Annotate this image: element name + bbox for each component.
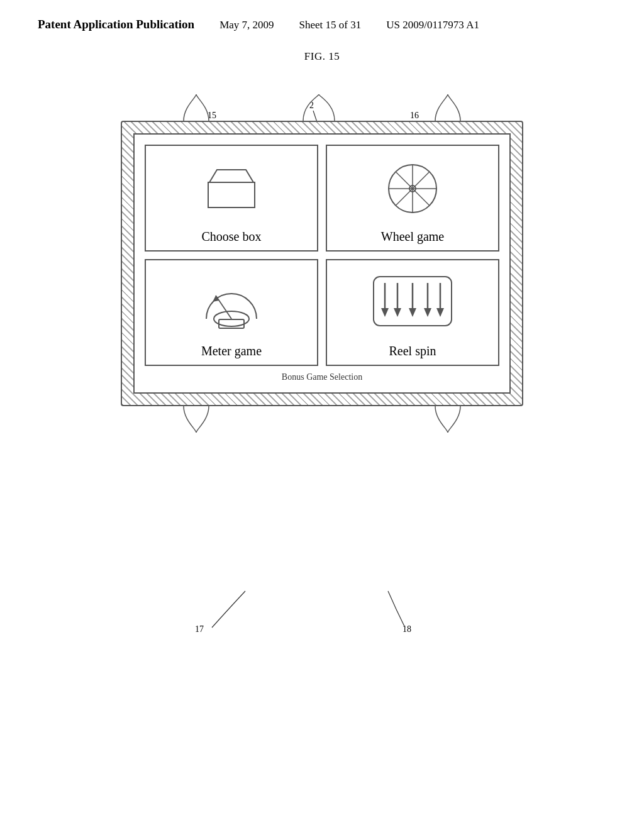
svg-marker-0 [209,170,253,182]
svg-marker-23 [436,308,444,317]
svg-marker-15 [381,308,389,317]
top-connectors-icon [158,94,486,121]
svg-marker-21 [424,308,431,317]
figure-area: FIG. 15 15 2 16 17 18 [102,50,542,433]
figure-label: FIG. 15 [102,50,542,63]
choose-box-label: Choose box [202,230,262,244]
reel-spin-cell: Reel spin [326,259,499,366]
wheel-game-label: Wheel game [381,230,445,244]
reel-spin-label: Reel spin [389,344,436,358]
meter-game-cell: Meter game [145,259,318,366]
svg-marker-19 [409,308,416,317]
reel-spin-icon-area [333,267,492,339]
bottom-connectors-icon [158,406,486,433]
wheel-game-cell: Wheel game [326,145,499,252]
ref-18-label: 18 [402,624,411,634]
ref-17-label: 17 [195,624,204,634]
svg-marker-17 [394,308,401,317]
svg-line-10 [216,296,231,319]
svg-rect-1 [208,182,255,208]
reel-spin-icon [369,272,457,335]
choose-box-icon-area [152,152,311,224]
publication-title: Patent Application Publication [38,18,194,31]
game-grid: Choose box [145,145,499,366]
wheel-game-icon [378,160,447,217]
meter-game-icon-area [152,267,311,339]
meter-game-label: Meter game [201,344,262,358]
publication-date: May 7, 2009 [219,19,274,31]
bonus-game-selection-label: Bonus Game Selection [145,372,499,382]
patent-number: US 2009/0117973 A1 [386,19,479,31]
hatch-frame: Choose box [121,121,523,406]
device-frame: Choose box [121,94,523,433]
choose-box-icon [197,163,266,214]
page-header: Patent Application Publication May 7, 20… [0,0,644,31]
sheet-info: Sheet 15 of 31 [299,19,362,31]
choose-box-cell: Choose box [145,145,318,252]
meter-game-icon [197,272,266,335]
screen-inner: Choose box [133,133,511,394]
wheel-game-icon-area [333,152,492,224]
